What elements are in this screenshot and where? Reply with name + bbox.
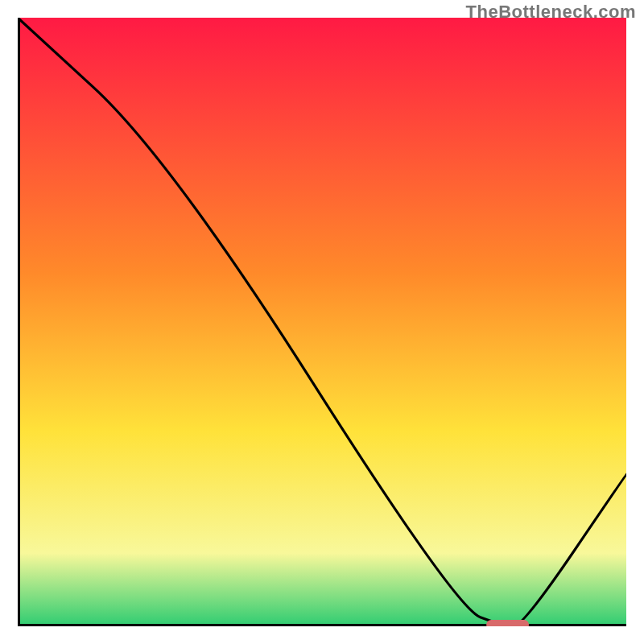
bottleneck-chart: TheBottleneck.com: [0, 0, 644, 644]
plot-area: [18, 18, 626, 626]
optimal-range-marker: [486, 620, 529, 626]
watermark-text: TheBottleneck.com: [466, 2, 636, 23]
chart-svg: [18, 18, 626, 626]
gradient-background: [18, 18, 626, 626]
